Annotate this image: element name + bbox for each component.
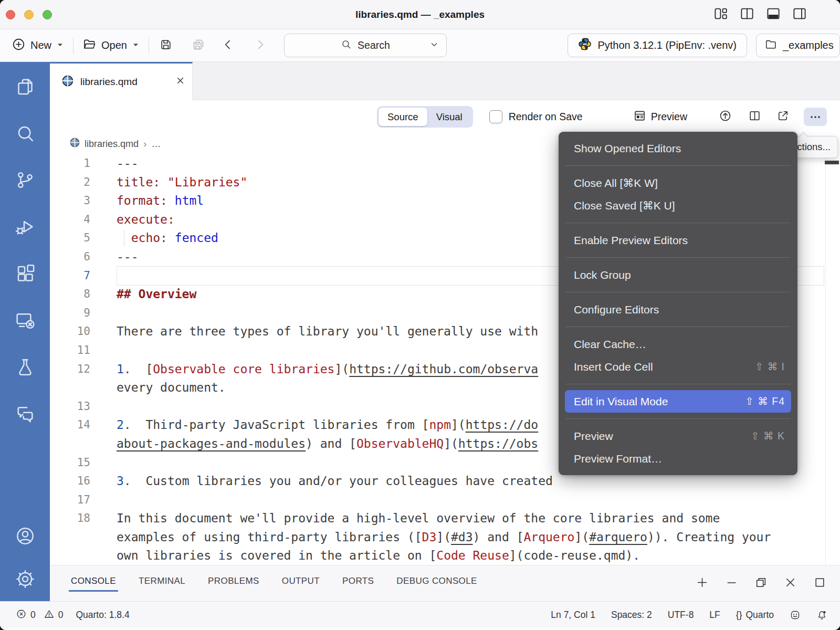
minimize-window-button[interactable] — [24, 10, 34, 19]
split-editor-icon[interactable] — [748, 109, 761, 124]
code-text: There are three types of library you'll … — [117, 322, 538, 341]
code-line-17[interactable]: 17 — [50, 491, 840, 510]
menu-item-show-opened-editors[interactable]: Show Opened Editors — [559, 137, 797, 160]
sidebar-item-source-control[interactable] — [15, 170, 36, 191]
panel-minimize-icon[interactable] — [725, 576, 738, 591]
panel-tab-debug-console[interactable]: DEBUG CONSOLE — [395, 573, 478, 594]
line-number: 10 — [50, 322, 117, 341]
line-number: 13 — [50, 397, 117, 416]
menu-item-lock-group[interactable]: Lock Group — [559, 264, 797, 286]
code-text: 2. Third-party JavaScript libraries from… — [117, 416, 538, 435]
save-all-icon[interactable] — [192, 38, 205, 54]
git-branch-icon — [15, 170, 36, 191]
source-mode-button[interactable]: Source — [379, 108, 427, 126]
menu-item-edit-in-visual-mode[interactable]: Edit in Visual Mode⇧ ⌘ F4 — [565, 390, 791, 413]
line-number: 4 — [50, 211, 117, 229]
menu-separator — [565, 327, 791, 327]
sidebar-item-remote-explorer[interactable] — [15, 310, 36, 331]
panel-tab-problems[interactable]: PROBLEMS — [207, 573, 260, 594]
preview-button[interactable]: Preview — [633, 109, 687, 125]
code-line-18[interactable]: 18In this document we'll provide a high-… — [50, 509, 840, 528]
line-number: 12 — [50, 360, 117, 379]
sidebar-item-testing[interactable] — [15, 356, 36, 377]
menu-item-configure-editors[interactable]: Configure Editors — [559, 298, 797, 321]
indentation-status[interactable]: Spaces: 2 — [611, 610, 652, 621]
beaker-icon — [15, 356, 36, 377]
language-mode-status[interactable]: {} Quarto — [736, 610, 774, 621]
line-number: 17 — [50, 491, 117, 510]
menu-separator — [565, 418, 791, 419]
breadcrumb-ellipsis[interactable]: … — [151, 139, 161, 150]
open-external-icon[interactable] — [776, 109, 790, 124]
code-line-wrap[interactable]: own libraries is covered in the article … — [50, 547, 840, 565]
menu-item-clear-cache[interactable]: Clear Cache… — [559, 333, 797, 355]
more-actions-button[interactable] — [804, 108, 827, 126]
code-text: ## Overview — [117, 285, 196, 304]
navigate-back-icon[interactable] — [221, 38, 235, 54]
close-window-button[interactable] — [6, 10, 15, 19]
workspace-folder-button[interactable]: _examples — [756, 34, 840, 57]
panel-add-icon[interactable] — [696, 576, 709, 591]
line-number — [50, 528, 117, 547]
line-number — [50, 435, 117, 454]
zoom-window-button[interactable] — [43, 10, 52, 19]
publish-icon[interactable] — [719, 109, 732, 124]
toggle-secondary-sidebar-icon[interactable] — [792, 6, 807, 24]
folder-icon — [764, 38, 778, 54]
toggle-panel-icon[interactable] — [765, 6, 781, 24]
sidebar-item-accounts[interactable] — [15, 526, 36, 547]
sidebar-item-chat[interactable] — [15, 403, 36, 424]
tab-libraries-qmd[interactable]: libraries.qmd — [50, 62, 193, 100]
eol-status[interactable]: LF — [709, 610, 720, 621]
warning-count: 0 — [58, 610, 64, 621]
interpreter-selector[interactable]: Python 3.12.1 (PipEnv: .venv) — [568, 34, 747, 57]
visual-mode-button[interactable]: Visual — [427, 108, 471, 126]
code-line-wrap[interactable]: examples of using third-party libraries … — [50, 528, 840, 547]
customize-layout-icon[interactable] — [713, 6, 729, 24]
panel-tab-console[interactable]: CONSOLE — [70, 573, 117, 594]
line-number — [50, 547, 117, 565]
chevron-down-icon — [56, 39, 64, 51]
menu-item-preview-format[interactable]: Preview Format… — [559, 447, 797, 470]
line-number: 14 — [50, 416, 117, 435]
sidebar-item-run-debug[interactable] — [15, 216, 36, 237]
sidebar-item-extensions[interactable] — [15, 263, 36, 284]
line-number: 6 — [50, 248, 117, 267]
navigate-forward-icon[interactable] — [254, 38, 267, 54]
sidebar-item-settings[interactable] — [15, 569, 36, 590]
code-text: own libraries is covered in the article … — [117, 547, 640, 565]
sidebar-item-search[interactable] — [15, 123, 36, 144]
panel-tab-output[interactable]: OUTPUT — [281, 573, 321, 594]
save-icon[interactable] — [159, 38, 173, 54]
split-editor-layout-icon[interactable] — [739, 6, 755, 24]
encoding-status[interactable]: UTF-8 — [668, 610, 694, 621]
error-icon — [16, 608, 27, 622]
panel-tab-ports[interactable]: PORTS — [341, 573, 375, 594]
close-tab-icon[interactable] — [176, 76, 185, 88]
menu-item-insert-code-cell[interactable]: Insert Code Cell⇧ ⌘ I — [559, 355, 797, 378]
panel-tab-terminal[interactable]: TERMINAL — [138, 573, 186, 594]
indent-guide — [124, 230, 124, 247]
sidebar-item-explorer[interactable] — [15, 76, 36, 97]
render-on-save-checkbox[interactable] — [489, 110, 502, 123]
global-search-box[interactable]: Search — [284, 34, 447, 57]
notifications-bell-icon[interactable] — [816, 610, 827, 621]
breadcrumb-file[interactable]: libraries.qmd — [85, 139, 139, 150]
menu-item-close-all-k-w[interactable]: Close All [⌘K W] — [559, 172, 797, 194]
new-button[interactable]: New — [12, 37, 64, 54]
menu-item-close-saved-k-u[interactable]: Close Saved [⌘K U] — [559, 194, 797, 217]
panel-restore-icon[interactable] — [754, 576, 768, 591]
menu-item-preview[interactable]: Preview⇧ ⌘ K — [559, 425, 797, 447]
quarto-version-status[interactable]: Quarto: 1.8.4 — [76, 610, 129, 621]
cursor-position-status[interactable]: Ln 7, Col 1 — [551, 610, 595, 621]
menu-separator — [565, 292, 791, 292]
files-icon — [15, 76, 36, 97]
line-number: 15 — [50, 454, 117, 472]
menu-item-enable-preview-editors[interactable]: Enable Preview Editors — [559, 229, 797, 251]
panel-maximize-icon[interactable] — [813, 576, 826, 591]
feedback-smiley-icon[interactable] — [790, 610, 801, 621]
open-button[interactable]: Open — [82, 37, 140, 54]
menu-item-label: Configure Editors — [574, 303, 659, 316]
panel-close-icon[interactable] — [784, 576, 797, 591]
problems-status[interactable]: 0 0 — [16, 608, 63, 622]
